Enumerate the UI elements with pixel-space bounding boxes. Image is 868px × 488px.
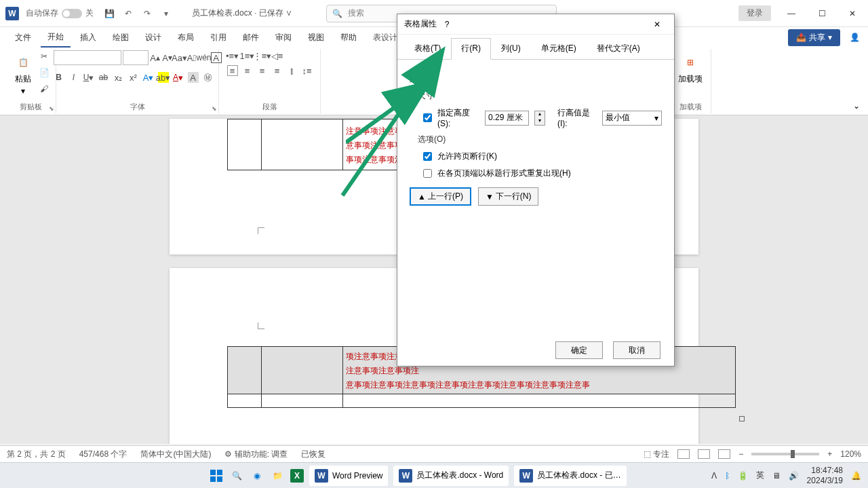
underline-icon[interactable]: U▾ [83,72,94,83]
network-icon[interactable]: 🖥 [772,471,781,481]
spinner-down-icon[interactable]: ▾ [535,118,545,125]
tab-view[interactable]: 视图 [301,29,331,47]
start-icon[interactable] [209,468,224,483]
tray-chevron-icon[interactable]: ᐱ [711,471,717,481]
zoom-level[interactable]: 120% [840,449,861,459]
numbering-icon[interactable]: 1≡▾ [242,50,253,61]
paste-button[interactable]: 📋 粘贴 ▾ [11,50,35,98]
cut-icon[interactable]: ✂ [38,50,50,62]
highlight-icon[interactable]: ab▾ [158,72,169,83]
tab-design[interactable]: 设计 [138,29,168,47]
clear-format-icon[interactable]: A⃠ [186,52,197,63]
tab-help[interactable]: 帮助 [334,29,363,47]
dialog-launcher-icon[interactable]: ⬊ [49,105,54,112]
edge-icon[interactable]: ◉ [250,468,264,483]
collapse-ribbon-icon[interactable]: ⌄ [850,98,863,113]
minimize-button[interactable]: — [781,7,802,20]
dialog-tab-alt[interactable]: 替代文字(A) [587,38,650,59]
focus-mode[interactable]: ⬚ 专注 [644,449,669,460]
line-spacing-icon[interactable]: ↕≡ [302,65,313,76]
print-layout-icon[interactable] [698,449,710,459]
char-shading-icon[interactable]: A [188,72,199,83]
decrease-indent-icon[interactable]: ◁≡ [272,50,283,61]
italic-icon[interactable]: I [68,72,79,83]
bullets-icon[interactable]: •≡▾ [227,50,238,61]
tab-file[interactable]: 文件 [8,29,38,47]
word-count[interactable]: 457/468 个字 [79,449,127,460]
distribute-icon[interactable]: ⫿ [287,65,298,76]
text-effects-icon[interactable]: A▾ [143,72,154,83]
taskbar-word-doc1[interactable]: W 员工体检表.docx - Word [393,466,509,486]
taskbar-word-preview[interactable]: W Word Preview [309,466,388,486]
language-indicator[interactable]: 简体中文(中国大陆) [140,449,211,460]
addins-button[interactable]: ⊞ 加载项 [675,50,705,88]
spinner-up-icon[interactable]: ▴ [535,111,545,118]
font-size-input[interactable] [123,50,149,65]
search-icon[interactable]: 🔍 [229,468,244,483]
tab-insert[interactable]: 插入 [73,29,103,47]
multilevel-icon[interactable]: ⋮≡▾ [257,50,268,61]
subscript-icon[interactable]: x₂ [113,72,124,83]
enclose-char-icon[interactable]: ㊙ [203,72,214,83]
table-handle-icon[interactable] [739,416,745,421]
undo-icon[interactable]: ↶ [123,8,134,19]
bold-icon[interactable]: B [54,72,64,83]
ok-button[interactable]: 确定 [555,341,603,359]
web-layout-icon[interactable] [718,449,730,459]
dialog-tab-row[interactable]: 行(R) [451,38,491,60]
change-case-icon[interactable]: Aa▾ [174,52,185,63]
zoom-out-icon[interactable]: − [738,449,743,459]
comments-icon[interactable]: 👤 [850,33,860,42]
dialog-close-button[interactable]: ✕ [647,20,667,29]
tab-references[interactable]: 引用 [203,29,233,47]
font-color-icon[interactable]: A▾ [173,72,184,83]
battery-icon[interactable]: 🔋 [738,471,748,481]
taskbar-word-doc2[interactable]: W 员工体检表.docx - 已… [514,466,626,486]
explorer-icon[interactable]: 📁 [270,468,285,483]
toggle-switch-icon[interactable] [62,9,82,18]
dialog-tab-cell[interactable]: 单元格(E) [531,38,587,59]
dialog-launcher-icon[interactable]: ⬊ [212,105,217,112]
share-button[interactable]: 📤 共享 ▾ [788,29,840,46]
excel-icon[interactable]: X [290,469,304,483]
grow-font-icon[interactable]: A▴ [150,52,161,63]
dialog-titlebar[interactable]: 表格属性 ? ✕ [397,14,674,35]
document-title[interactable]: 员工体检表.docx · 已保存 ∨ [192,7,292,19]
align-center-icon[interactable]: ≡ [242,65,253,76]
copy-icon[interactable]: 📄 [38,67,50,79]
height-value-input[interactable] [485,111,529,126]
dialog-tab-column[interactable]: 列(U) [491,38,531,59]
cancel-button[interactable]: 取消 [613,341,660,359]
height-spinner[interactable]: ▴▾ [534,111,545,126]
qat-dropdown-icon[interactable]: ▾ [161,8,172,19]
autosave-toggle[interactable]: 自动保存 关 [26,7,94,19]
justify-icon[interactable]: ≡ [272,65,283,76]
phonetic-icon[interactable]: wén [199,52,210,63]
save-icon[interactable]: 💾 [104,8,115,19]
tab-mailings[interactable]: 邮件 [236,29,266,47]
page-count[interactable]: 第 2 页，共 2 页 [7,449,66,460]
notifications-icon[interactable]: 🔔 [851,471,861,481]
accessibility-status[interactable]: ⚙ 辅助功能: 调查 [224,449,288,460]
strikethrough-icon[interactable]: ab [98,72,109,83]
close-button[interactable]: ✕ [842,7,863,20]
align-right-icon[interactable]: ≡ [257,65,268,76]
next-row-button[interactable]: ▼ 下一行(N) [478,187,539,206]
height-type-select[interactable]: 最小值▾ [602,111,662,126]
tab-review[interactable]: 审阅 [269,29,298,47]
font-name-input[interactable] [54,50,121,65]
ime-indicator[interactable]: 英 [756,470,764,481]
format-painter-icon[interactable]: 🖌 [38,83,50,95]
clock[interactable]: 18:47:48 2024/3/19 [807,466,843,485]
align-left-icon[interactable]: ≡ [227,65,238,76]
read-mode-icon[interactable] [677,449,690,459]
redo-icon[interactable]: ↷ [142,8,153,19]
help-button[interactable]: ? [437,20,457,29]
tab-home[interactable]: 开始 [41,28,71,48]
volume-icon[interactable]: 🔊 [789,471,799,481]
superscript-icon[interactable]: x² [128,72,139,83]
zoom-slider[interactable] [751,453,819,455]
maximize-button[interactable]: ☐ [812,7,832,20]
login-button[interactable]: 登录 [738,5,771,21]
tab-draw[interactable]: 绘图 [106,29,136,47]
